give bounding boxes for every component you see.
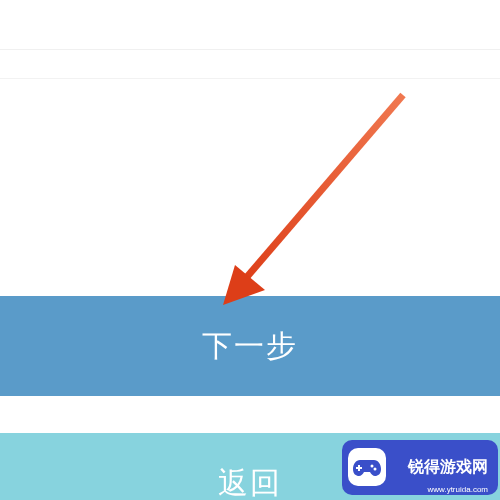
watermark-text: 锐得游戏网 xyxy=(408,457,488,478)
top-bar xyxy=(0,0,500,50)
back-label: 返回 xyxy=(218,463,282,501)
watermark-icon xyxy=(348,448,386,486)
content-area: 下一步 返回 锐得游戏网 www.ytruida.com xyxy=(0,0,500,500)
gamepad-icon xyxy=(352,456,382,478)
watermark-url: www.ytruida.com xyxy=(428,485,488,494)
next-step-button[interactable]: 下一步 xyxy=(0,296,500,396)
svg-point-4 xyxy=(374,468,377,471)
divider-line xyxy=(0,78,500,79)
svg-rect-2 xyxy=(356,467,362,469)
arrow-annotation-icon xyxy=(205,90,415,310)
next-step-label: 下一步 xyxy=(202,326,298,367)
svg-point-3 xyxy=(371,465,374,468)
